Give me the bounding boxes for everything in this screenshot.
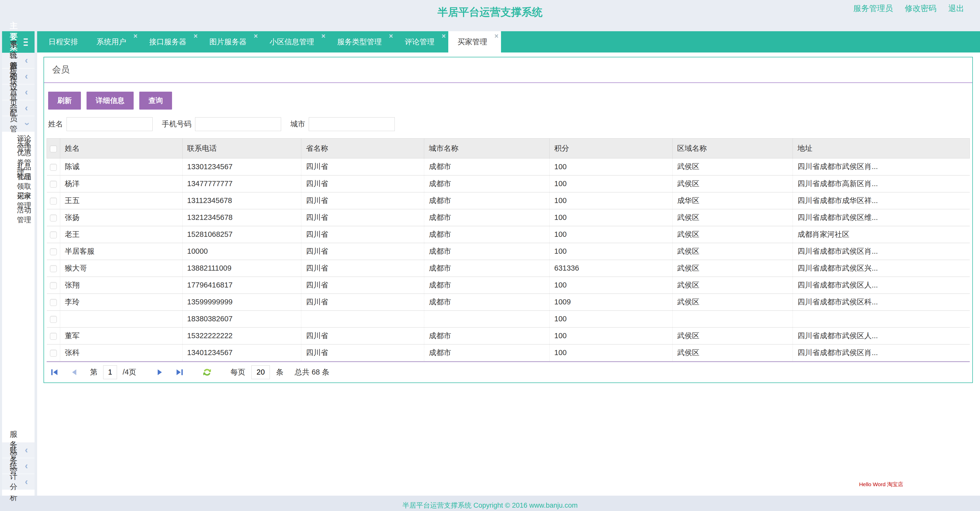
tab-image-server[interactable]: 图片服务器 × [200,31,260,53]
pagination-bar: 第 /4页 [44,362,972,382]
close-icon[interactable]: × [389,33,393,40]
close-icon[interactable]: × [254,33,258,40]
table-row[interactable]: 18380382607 100 [47,310,970,328]
cell-region: 武侯区 [673,243,793,260]
cell-address: 成都肖家河社区 [793,226,970,243]
table-row[interactable]: 李玲 13599999999 四川省 成都市 1009 武侯区 四川省成都市武侯… [47,294,970,310]
row-checkbox[interactable] [50,164,57,171]
col-header-address: 地址 [793,138,970,158]
cell-address: 四川省成都市武侯区科... [793,294,970,310]
cell-name: 王五 [60,192,183,209]
tab-buyer-mgmt[interactable]: 买家管理 × [448,31,501,53]
row-checkbox[interactable] [50,265,57,272]
cell-name: 猴大哥 [60,260,183,277]
cell-city [424,310,550,328]
cell-province: 四川省 [301,243,424,260]
cell-name: 李玲 [60,294,183,310]
cell-province [301,310,424,328]
name-input[interactable] [67,117,153,131]
tab-comment-mgmt[interactable]: 评论管理 × [396,31,448,53]
reload-icon[interactable] [203,368,212,377]
tab-community-info-mgmt[interactable]: 小区信息管理 × [260,31,328,53]
sidebar-submenu: 评论管理 买家优惠券管理 礼品管理 礼品领取记录 买家管理 活动管理 [2,132,35,443]
table-row[interactable]: 王五 13112345678 四川省 成都市 100 成华区 四川省成都市成华区… [47,192,970,209]
page-size-input[interactable] [251,365,270,379]
cell-province: 四川省 [301,192,424,209]
select-all-checkbox[interactable] [50,145,57,152]
first-page-icon[interactable] [50,368,59,377]
cell-city: 成都市 [424,344,550,361]
top-links: 服务管理员 修改密码 退出 [853,3,964,14]
cell-name: 张扬 [60,209,183,226]
cell-region: 武侯区 [673,175,793,192]
chevron-left-icon: ‹ [25,56,28,65]
current-user-link[interactable]: 服务管理员 [853,3,893,14]
cell-phone: 15281068257 [183,226,301,243]
table-row[interactable]: 半居客服 10000 四川省 成都市 100 武侯区 四川省成都市武侯区肖... [47,243,970,260]
next-page-icon[interactable] [155,368,164,377]
cell-region: 武侯区 [673,158,793,175]
cell-points: 631336 [550,260,673,277]
cell-points: 100 [550,277,673,294]
table-row[interactable]: 张扬 13212345678 四川省 成都市 100 武侯区 四川省成都市武侯区… [47,209,970,226]
close-icon[interactable]: × [494,33,498,40]
close-icon[interactable]: × [134,33,137,40]
close-icon[interactable]: × [442,33,446,40]
row-checkbox[interactable] [50,231,57,238]
row-checkbox[interactable] [50,350,57,357]
sidebar-subitem-activity-mgmt[interactable]: 活动管理 [2,208,35,222]
sidebar-item-statistics-analysis[interactable]: 统计分析 ‹ [2,474,35,490]
cell-province: 四川省 [301,277,424,294]
page-number-input[interactable] [103,365,117,379]
filter-form: 姓名 手机号码 城市 [44,110,972,138]
change-password-link[interactable]: 修改密码 [905,3,937,14]
cell-phone: 13301234567 [183,158,301,175]
cell-points: 100 [550,328,673,344]
table-row[interactable]: 董军 15322222222 四川省 成都市 100 武侯区 四川省成都市武侯区… [47,328,970,344]
phone-input[interactable] [195,117,281,131]
table-row[interactable]: 老王 15281068257 四川省 成都市 100 武侯区 成都肖家河社区 [47,226,970,243]
cell-address: 四川省成都市武侯区人... [793,277,970,294]
cell-name: 老王 [60,226,183,243]
cell-phone: 15322222222 [183,328,301,344]
row-checkbox[interactable] [50,282,57,289]
table-row[interactable]: 杨洋 13477777777 四川省 成都市 100 武侯区 四川省成都市高新区… [47,175,970,192]
logout-link[interactable]: 退出 [948,3,964,14]
col-header-region: 区域名称 [673,138,793,158]
cell-address: 四川省成都市武侯区兴... [793,260,970,277]
name-label: 姓名 [48,119,63,129]
row-checkbox[interactable] [50,197,57,205]
close-icon[interactable]: × [321,33,325,40]
cell-city: 成都市 [424,260,550,277]
tab-service-type-mgmt[interactable]: 服务类型管理 × [328,31,396,53]
tab-schedule[interactable]: 日程安排 [39,31,87,53]
cell-points: 100 [550,226,673,243]
last-page-icon[interactable] [175,368,184,377]
row-checkbox[interactable] [50,333,57,340]
detail-info-button[interactable]: 详细信息 [86,92,134,110]
row-checkbox[interactable] [50,215,57,221]
table-row[interactable]: 陈诚 13301234567 四川省 成都市 100 武侯区 四川省成都市武侯区… [47,158,970,175]
row-checkbox[interactable] [50,181,57,188]
row-checkbox[interactable] [50,248,57,255]
close-icon[interactable]: × [194,33,198,40]
cell-address: 四川省成都市武侯区维... [793,209,970,226]
table-row[interactable]: 张翔 17796416817 四川省 成都市 100 武侯区 四川省成都市武侯区… [47,277,970,294]
sidebar: 主要菜单 系统管理 ‹ 平台服务器管理 ‹ 基础设置管理 ‹ 板块首页配置管理 … [2,31,35,496]
cell-phone: 17796416817 [183,277,301,294]
row-checkbox[interactable] [50,299,57,306]
chevron-left-icon: ‹ [25,103,28,113]
city-input[interactable] [309,117,395,131]
row-checkbox[interactable] [50,316,57,323]
table-row[interactable]: 张科 13401234567 四川省 成都市 100 武侯区 四川省成都市武侯区… [47,344,970,361]
cell-region: 武侯区 [673,277,793,294]
prev-page-icon[interactable] [70,368,79,377]
table-row[interactable]: 猴大哥 13882111009 四川省 成都市 631336 武侯区 四川省成都… [47,260,970,277]
query-button[interactable]: 查询 [139,92,172,110]
sidebar-item-member-mgmt[interactable]: 会员管理 ‹ [2,116,35,132]
tab-bar: 日程安排 系统用户 × 接口服务器 × 图片服务器 × 小区信息管理 × 服务类… [37,31,980,53]
refresh-button[interactable]: 刷新 [48,92,81,110]
cell-province: 四川省 [301,158,424,175]
tab-system-users[interactable]: 系统用户 × [87,31,140,53]
tab-interface-server[interactable]: 接口服务器 × [140,31,200,53]
